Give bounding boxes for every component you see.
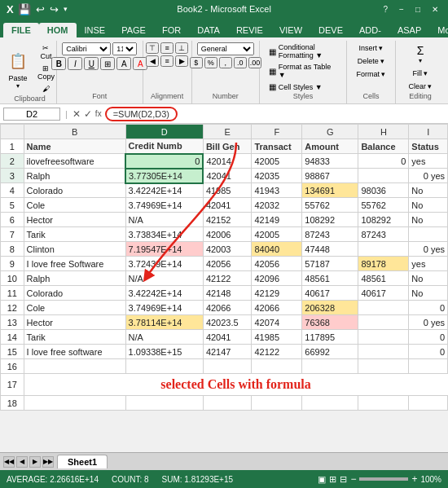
col-header-H[interactable]: H [358,125,409,139]
align-center-button[interactable]: ≡ [160,55,173,67]
cell-B7[interactable]: Tarik [24,227,125,242]
underline-button[interactable]: U [84,57,99,70]
confirm-formula-btn[interactable]: ✓ [84,108,92,120]
cell-D13[interactable]: 3.78114E+14 [125,315,203,330]
cell-H7[interactable]: 87243 [358,227,409,242]
col-header-F[interactable]: F [252,125,302,139]
cell-E1[interactable]: Bill Gen [203,139,252,154]
cell-B14[interactable]: Tarik [24,330,125,345]
cell-B9[interactable]: I love free Software [24,257,125,271]
cell-B4[interactable]: Colorado [24,183,125,198]
cell-F13[interactable]: 42074 [252,315,302,330]
bold-button[interactable]: B [51,57,66,70]
clear-button[interactable]: Clear ▾ [406,81,433,92]
cell-G11[interactable]: 40617 [302,286,358,301]
cell-E5[interactable]: 42041 [203,198,252,213]
cell-G18[interactable] [302,396,358,411]
delete-cells-button[interactable]: Delete ▾ [356,55,387,67]
cell-B16[interactable] [24,359,125,374]
cell-F14[interactable]: 41985 [252,330,302,345]
cell-E15[interactable]: 42147 [203,345,252,359]
cancel-formula-btn[interactable]: ✕ [72,108,81,120]
cell-F1[interactable]: Transact [252,139,302,154]
cell-I16[interactable] [409,359,448,374]
cell-I13[interactable]: 0 yes [409,315,448,330]
cell-H12[interactable] [358,301,409,315]
minimize-btn[interactable]: − [396,5,407,14]
undo-qat-btn[interactable]: ↩ [35,2,46,16]
cell-H9[interactable]: 89178 [358,257,409,271]
fill-button[interactable]: Fill ▾ [411,68,429,79]
font-size-select[interactable]: 11 [112,42,137,55]
cell-H4[interactable]: 98036 [358,183,409,198]
formula-input[interactable]: =SUM(D2,D3) [105,107,178,121]
cell-B15[interactable]: I love free software [24,345,125,359]
cell-H13[interactable] [358,315,409,330]
cell-E11[interactable]: 42148 [203,286,252,301]
tab-file[interactable]: FILE [3,23,39,37]
tab-page[interactable]: PAGE [113,23,154,37]
cell-I6[interactable]: No [409,213,448,227]
cell-H14[interactable] [358,330,409,345]
autosum-button[interactable]: Σ ▾ [415,42,426,66]
cell-E18[interactable] [203,396,252,411]
cell-E4[interactable]: 41985 [203,183,252,198]
zoom-out-btn[interactable]: − [350,473,356,485]
cell-I3[interactable]: 0 yes [409,169,448,183]
save-qat-btn[interactable]: 💾 [17,2,32,16]
cell-I18[interactable] [409,396,448,411]
qat-dropdown[interactable]: ▾ [63,4,68,14]
view-normal-btn[interactable]: ▣ [318,474,326,485]
sheet-nav-next[interactable]: ▶ [29,456,41,468]
cell-D7[interactable]: 3.73834E+14 [125,227,203,242]
cell-G5[interactable]: 55762 [302,198,358,213]
cell-I5[interactable]: No [409,198,448,213]
cell-G3[interactable]: 98867 [302,169,358,183]
view-page-break-btn[interactable]: ⊟ [340,474,347,485]
cell-G4[interactable]: 134691 [302,183,358,198]
cell-E14[interactable]: 42041 [203,330,252,345]
cell-F4[interactable]: 41943 [252,183,302,198]
cell-F3[interactable]: 42035 [252,169,302,183]
cell-E8[interactable]: 42003 [203,242,252,257]
align-bottom-button[interactable]: ⊥ [175,42,188,54]
cell-I9[interactable]: yes [409,257,448,271]
cell-D11[interactable]: 3.42242E+14 [125,286,203,301]
col-header-D[interactable]: D [125,125,203,139]
format-as-table-button[interactable]: ▦ Format as Table ▼ [266,62,340,80]
tab-addins[interactable]: ADD- [351,23,389,37]
view-layout-btn[interactable]: ⊞ [329,474,336,485]
cell-E6[interactable]: 42152 [203,213,252,227]
cell-E12[interactable]: 42066 [203,301,252,315]
cell-G2[interactable]: 94833 [302,154,358,169]
cell-G1[interactable]: Amount [302,139,358,154]
cell-D4[interactable]: 3.42242E+14 [125,183,203,198]
paste-dropdown[interactable]: ▾ [16,82,20,90]
col-header-B[interactable]: B [24,125,125,139]
cell-B1[interactable]: Name [24,139,125,154]
decrease-decimal-button[interactable]: .0 [234,57,247,68]
cell-D14[interactable]: N/A [125,330,203,345]
cell-H18[interactable] [358,396,409,411]
tab-review[interactable]: REVIE [228,23,271,37]
format-cells-button[interactable]: Format ▾ [354,68,387,80]
percent-button[interactable]: % [204,57,217,68]
cell-H1[interactable]: Balance [358,139,409,154]
tab-home[interactable]: HOM [39,23,77,37]
cell-G9[interactable]: 57187 [302,257,358,271]
cell-I8[interactable]: 0 yes [409,242,448,257]
cell-G6[interactable]: 108292 [302,213,358,227]
cell-F18[interactable] [252,396,302,411]
redo-qat-btn[interactable]: ↪ [49,2,59,16]
zoom-slider[interactable] [359,477,408,481]
cell-E3[interactable]: 42041 [203,169,252,183]
align-right-button[interactable]: ▶ [175,55,188,67]
tab-asap[interactable]: ASAP [389,23,429,37]
cell-B2[interactable]: ilovefreesoftware [24,154,125,169]
currency-button[interactable]: $ [190,57,203,68]
cell-F6[interactable]: 42149 [252,213,302,227]
close-btn[interactable]: ✕ [428,5,441,14]
cell-B11[interactable]: Colorado [24,286,125,301]
cell-I2[interactable]: yes [409,154,448,169]
cell-B18[interactable] [24,396,125,411]
